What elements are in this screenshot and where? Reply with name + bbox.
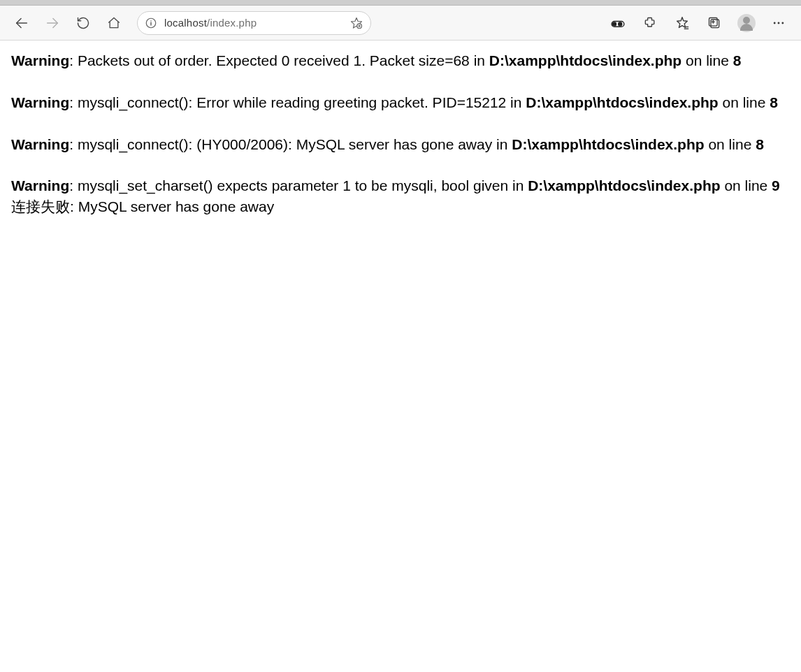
warning-message: : mysqli_set_charset() expects parameter… bbox=[69, 177, 528, 193]
php-warning: Warning: Packets out of order. Expected … bbox=[11, 50, 790, 71]
warning-message: : mysqli_connect(): (HY000/2006): MySQL … bbox=[69, 136, 512, 152]
warning-line-number: 8 bbox=[770, 94, 778, 110]
site-info-icon[interactable] bbox=[145, 17, 157, 29]
warning-file: D:\xampp\htdocs\index.php bbox=[526, 94, 718, 110]
warning-file: D:\xampp\htdocs\index.php bbox=[528, 177, 720, 193]
svg-point-20 bbox=[778, 22, 780, 24]
warning-on-line: on line bbox=[721, 177, 772, 193]
collections-icon[interactable] bbox=[700, 10, 728, 36]
svg-rect-10 bbox=[618, 22, 622, 26]
back-button[interactable] bbox=[8, 10, 35, 36]
profile-avatar[interactable] bbox=[733, 10, 760, 36]
refresh-button[interactable] bbox=[70, 10, 96, 36]
connection-failed-message: 连接失败: MySQL server has gone away bbox=[11, 196, 790, 217]
address-bar[interactable]: localhost/index.php bbox=[137, 11, 371, 35]
browser-toolbar: localhost/index.php bbox=[0, 6, 801, 41]
warning-message: : Packets out of order. Expected 0 recei… bbox=[69, 52, 489, 68]
warning-label: Warning bbox=[11, 52, 69, 68]
warning-on-line: on line bbox=[719, 94, 770, 110]
warning-label: Warning bbox=[11, 136, 69, 152]
svg-point-19 bbox=[774, 22, 776, 24]
more-menu-icon[interactable] bbox=[765, 10, 793, 36]
url-text: localhost/index.php bbox=[164, 17, 342, 29]
php-warning: Warning: mysqli_connect(): (HY000/2006):… bbox=[11, 134, 790, 155]
warning-label: Warning bbox=[11, 177, 69, 193]
warning-file: D:\xampp\htdocs\index.php bbox=[512, 136, 704, 152]
url-path: /index.php bbox=[207, 17, 257, 29]
url-host: localhost bbox=[164, 17, 207, 29]
svg-marker-12 bbox=[677, 17, 688, 27]
warning-line-number: 8 bbox=[756, 136, 764, 152]
extensions-icon[interactable] bbox=[636, 10, 664, 36]
svg-point-21 bbox=[781, 22, 784, 24]
warning-line-number: 8 bbox=[733, 52, 742, 68]
favorites-list-icon[interactable] bbox=[668, 10, 696, 36]
php-warning: Warning: mysqli_connect(): Error while r… bbox=[11, 92, 790, 113]
svg-rect-9 bbox=[612, 22, 616, 26]
warning-line-number: 9 bbox=[772, 177, 780, 193]
forward-button[interactable] bbox=[39, 10, 66, 36]
favorite-icon[interactable] bbox=[349, 16, 363, 30]
warning-file: D:\xampp\htdocs\index.php bbox=[489, 52, 681, 68]
tab-strip bbox=[0, 0, 801, 6]
svg-rect-15 bbox=[711, 20, 719, 28]
warning-on-line: on line bbox=[705, 136, 756, 152]
php-warning: Warning: mysqli_set_charset() expects pa… bbox=[11, 175, 790, 196]
warning-on-line: on line bbox=[681, 52, 733, 68]
home-button[interactable] bbox=[101, 10, 127, 36]
reading-mode-icon[interactable] bbox=[604, 10, 632, 36]
warning-label: Warning bbox=[11, 94, 69, 110]
page-content: Warning: Packets out of order. Expected … bbox=[0, 41, 801, 227]
warning-message: : mysqli_connect(): Error while reading … bbox=[69, 94, 526, 110]
